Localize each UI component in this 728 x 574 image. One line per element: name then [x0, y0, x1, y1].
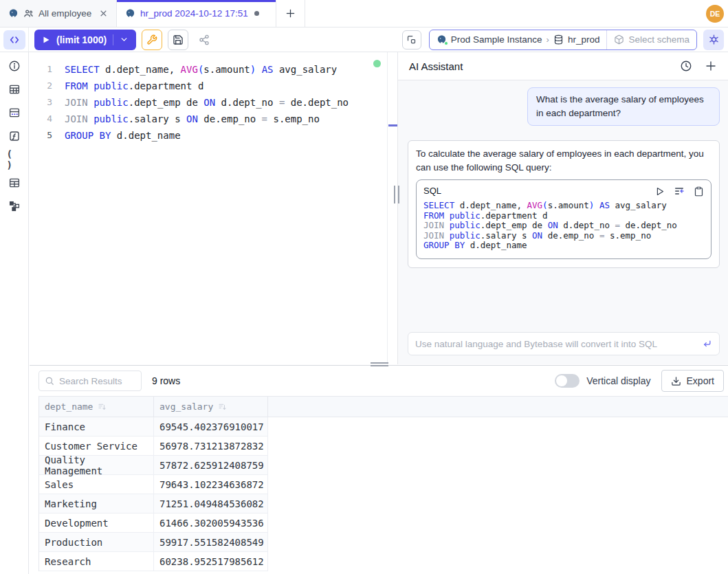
- avatar[interactable]: DE: [706, 5, 724, 23]
- code-line[interactable]: 4JOIN public.salary s ON de.emp_no = s.e…: [30, 111, 387, 127]
- tab-all-employee[interactable]: All employee: [0, 0, 117, 27]
- table-row[interactable]: Development61466.302005943536: [39, 514, 728, 533]
- table-row[interactable]: Sales79643.102234636872: [39, 475, 728, 494]
- cell-filler: [268, 456, 728, 475]
- insert-into-editor-button[interactable]: [674, 186, 685, 197]
- cell-dept-name[interactable]: Customer Service: [39, 437, 154, 456]
- cell-dept-name[interactable]: Production: [39, 533, 154, 552]
- user-message-bubble: What is the average salary of employees …: [527, 87, 720, 126]
- cell-avg-salary[interactable]: 59917.551582408549: [154, 533, 268, 552]
- editor-toolbar: (limit 1000) Prod Sample Instance ›: [0, 27, 728, 52]
- table-row[interactable]: Production59917.551582408549: [39, 533, 728, 552]
- new-tab-button[interactable]: [276, 0, 305, 27]
- info-icon[interactable]: [7, 58, 22, 74]
- ai-assistant-button[interactable]: [703, 30, 724, 50]
- line-number: 1: [30, 61, 52, 78]
- function-icon[interactable]: [7, 129, 22, 144]
- export-label: Export: [687, 375, 714, 386]
- save-sheet-button[interactable]: [168, 30, 188, 50]
- er-diagram-icon[interactable]: [7, 199, 22, 214]
- code-panel-toggle[interactable]: [3, 30, 25, 49]
- format-icon: [406, 34, 417, 45]
- sql-editor[interactable]: 1SELECT d.dept_name, AVG(s.amount) AS av…: [30, 52, 387, 364]
- code-line: GROUP BY d.dept_name: [423, 241, 704, 251]
- close-icon[interactable]: [99, 9, 108, 18]
- tab-label: hr_prod 2024-10-12 17:51: [140, 8, 248, 19]
- cell-filler: [268, 417, 728, 437]
- copy-icon[interactable]: [694, 186, 704, 197]
- instance-database-selector[interactable]: Prod Sample Instance › hr_prod: [430, 30, 607, 49]
- cell-dept-name[interactable]: Marketing: [39, 494, 154, 514]
- cell-avg-salary[interactable]: 71251.049484536082: [154, 494, 268, 514]
- cell-avg-salary[interactable]: 60238.952517985612: [154, 552, 268, 571]
- run-label: (limit 1000): [56, 34, 107, 45]
- status-dot: [444, 41, 448, 45]
- results-resize-handle[interactable]: [371, 362, 388, 366]
- table-row[interactable]: Marketing71251.049484536082: [39, 494, 728, 514]
- tables-icon[interactable]: [7, 175, 22, 190]
- cell-dept-name[interactable]: Finance: [39, 417, 154, 437]
- play-icon: [42, 36, 50, 44]
- share-icon: [199, 34, 210, 45]
- postgres-icon: [8, 8, 19, 19]
- history-button[interactable]: [680, 60, 692, 72]
- cell-avg-salary[interactable]: 79643.102234636872: [154, 475, 268, 494]
- database-name: hr_prod: [568, 34, 600, 45]
- code-line: JOIN public.salary s ON de.emp_no = s.em…: [423, 231, 704, 241]
- cell-dept-name[interactable]: Quality Management: [39, 456, 154, 475]
- export-button[interactable]: Export: [661, 370, 724, 392]
- code-line[interactable]: 1SELECT d.dept_name, AVG(s.amount) AS av…: [30, 61, 387, 78]
- cell-avg-salary[interactable]: 56978.731213872832: [154, 437, 268, 456]
- parentheses-icon[interactable]: ( ): [7, 152, 22, 167]
- cell-dept-name[interactable]: Development: [39, 514, 154, 533]
- code-line: SELECT d.dept_name, AVG(s.amount) AS avg…: [423, 201, 704, 211]
- code-line[interactable]: 5GROUP BY d.dept_name: [30, 127, 387, 144]
- download-icon: [671, 376, 681, 386]
- ai-prompt-input[interactable]: Use natural language and Bytebase will c…: [408, 332, 720, 355]
- column-header-dept-name[interactable]: dept_name: [39, 397, 154, 417]
- postgres-icon: [437, 34, 447, 45]
- code-line: FROM public.department d: [423, 211, 704, 221]
- table-body: Finance69545.402376910017Customer Servic…: [39, 417, 728, 571]
- table-row[interactable]: Quality Management57872.625912408759: [39, 456, 728, 475]
- table-row[interactable]: Customer Service56978.731213872832: [39, 437, 728, 456]
- share-button[interactable]: [194, 30, 214, 50]
- sql-code-block: SQL SELECT d.dept_n: [416, 179, 712, 259]
- assistant-intro: To calculate the average salary of emplo…: [416, 148, 704, 173]
- input-placeholder: Use natural language and Bytebase will c…: [415, 339, 696, 349]
- table-row[interactable]: Finance69545.402376910017: [39, 417, 728, 437]
- cell-filler: [268, 494, 728, 514]
- cell-avg-salary[interactable]: 57872.625912408759: [154, 456, 268, 475]
- database-icon: [553, 34, 564, 45]
- enter-icon: [702, 339, 712, 349]
- schema-selector[interactable]: Select schema: [606, 30, 696, 49]
- run-snippet-button[interactable]: [654, 186, 665, 197]
- cell-dept-name[interactable]: Sales: [39, 475, 154, 494]
- cube-icon: [614, 34, 624, 45]
- result-table: dept_name avg_salary Finance69545.402376…: [38, 396, 728, 571]
- search-results-input[interactable]: Search Results: [38, 371, 142, 391]
- code-line[interactable]: 2FROM public.department d: [30, 78, 387, 94]
- table-icon[interactable]: [7, 82, 22, 97]
- admin-wrench-button[interactable]: [142, 30, 162, 50]
- panel-resize-handle[interactable]: [394, 186, 399, 203]
- vertical-display-label: Vertical display: [586, 375, 650, 386]
- vertical-display-toggle[interactable]: [555, 374, 580, 388]
- code-line: JOIN public.dept_emp de ON d.dept_no = d…: [423, 221, 704, 231]
- new-chat-button[interactable]: [705, 60, 717, 72]
- code-line[interactable]: 3JOIN public.dept_emp de ON d.dept_no = …: [30, 94, 387, 111]
- run-query-button[interactable]: (limit 1000): [34, 30, 136, 50]
- tab-hr-prod[interactable]: hr_prod 2024-10-12 17:51: [117, 0, 276, 27]
- cell-avg-salary[interactable]: 69545.402376910017: [154, 417, 268, 437]
- table-row[interactable]: Research60238.952517985612: [39, 552, 728, 571]
- wrench-icon: [146, 34, 157, 45]
- cell-avg-salary[interactable]: 61466.302005943536: [154, 514, 268, 533]
- tab-label: All employee: [38, 8, 91, 19]
- schema-diagram-icon[interactable]: [7, 105, 22, 120]
- scroll-marker: [388, 124, 397, 126]
- cell-dept-name[interactable]: Research: [39, 552, 154, 571]
- editor-scrollbar[interactable]: [387, 52, 397, 364]
- format-sql-button[interactable]: [402, 30, 421, 49]
- column-header-avg-salary[interactable]: avg_salary: [154, 397, 268, 417]
- shared-sheet-icon: [23, 8, 34, 19]
